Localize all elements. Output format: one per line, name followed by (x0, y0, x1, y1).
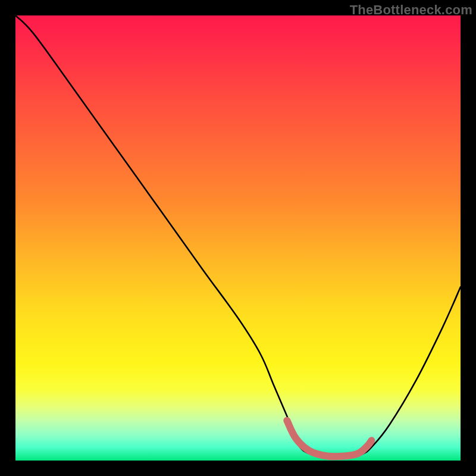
curve-layer (15, 15, 461, 461)
watermark-text: TheBottleneck.com (350, 2, 472, 18)
plot-area (15, 15, 461, 461)
chart-frame: TheBottleneck.com (0, 0, 476, 476)
highlight-band (287, 421, 371, 457)
main-curve (15, 15, 461, 458)
